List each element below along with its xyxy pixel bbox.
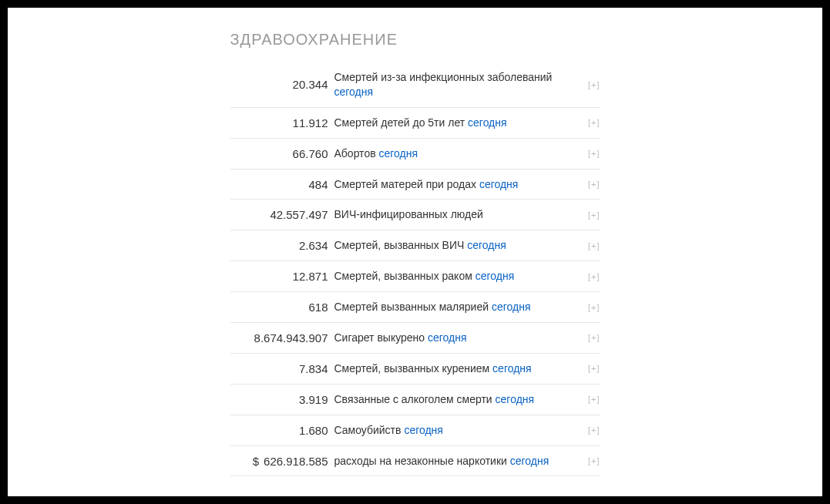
stat-label: Абортов сегодня [334, 146, 600, 161]
today-link[interactable]: сегодня [475, 270, 515, 282]
expand-button[interactable]: [+] [588, 180, 600, 189]
stat-row: 7.834Смертей, вызванных курением сегодня… [230, 354, 600, 385]
stat-label: Самоубийств сегодня [334, 423, 600, 438]
stat-row: 12.871Смертей, вызванных раком сегодня[+… [230, 261, 600, 292]
today-link[interactable]: сегодня [467, 239, 506, 251]
rows-list: 20.344Смертей из-за инфекционных заболев… [230, 62, 600, 476]
stat-text: Смертей, вызванных курением [334, 362, 493, 375]
stat-label: Смертей детей до 5ти лет сегодня [334, 116, 600, 130]
stat-label: Смертей, вызванных ВИЧ сегодня [334, 238, 600, 253]
today-link[interactable]: сегодня [379, 147, 418, 160]
stat-text: Смертей вызванных малярией [334, 301, 492, 313]
stat-value: $626.918.585 [230, 455, 334, 468]
stat-label: Смертей из-за инфекционных заболеваний с… [334, 70, 600, 99]
today-link[interactable]: сегодня [492, 362, 532, 375]
today-link[interactable]: сегодня [496, 393, 535, 405]
stat-row: $626.918.585расходы на незаконные наркот… [230, 446, 600, 477]
stat-row: 42.557.497ВИЧ-инфицированных людей[+] [230, 200, 600, 230]
stat-label: Смертей матерей при родах сегодня [334, 177, 600, 192]
stat-number: 618 [308, 301, 328, 314]
stat-row: 2.634Смертей, вызванных ВИЧ сегодня[+] [230, 230, 600, 261]
stat-row: 11.912Смертей детей до 5ти лет сегодня[+… [230, 108, 600, 139]
expand-button[interactable]: [+] [588, 425, 600, 435]
stat-text: Смертей, вызванных ВИЧ [334, 239, 468, 251]
stat-text: Абортов [334, 147, 379, 160]
currency-symbol: $ [253, 455, 259, 468]
expand-button[interactable]: [+] [588, 364, 600, 373]
today-link[interactable]: сегодня [492, 301, 531, 313]
stat-row: 66.760Абортов сегодня[+] [230, 139, 600, 170]
stat-number: 484 [308, 178, 328, 191]
stat-value: 2.634 [230, 239, 334, 252]
stat-number: 20.344 [293, 78, 328, 91]
stat-value: 1.680 [230, 424, 334, 437]
stat-text: Смертей матерей при родах [334, 178, 479, 190]
expand-button[interactable]: [+] [588, 210, 600, 220]
expand-button[interactable]: [+] [588, 395, 600, 404]
section-title: ЗДРАВООХРАНЕНИЕ [230, 31, 600, 49]
stat-label: расходы на незаконные наркотики сегодня [334, 454, 600, 469]
stat-text: расходы на незаконные наркотики [334, 455, 510, 467]
page: ЗДРАВООХРАНЕНИЕ 20.344Смертей из-за инфе… [8, 8, 822, 496]
stat-number: 42.557.497 [270, 208, 328, 221]
stat-value: 3.919 [230, 393, 334, 406]
today-link[interactable]: сегодня [404, 424, 443, 436]
expand-button[interactable]: [+] [588, 149, 600, 158]
today-link[interactable]: сегодня [334, 86, 374, 98]
expand-button[interactable]: [+] [588, 456, 600, 465]
stat-text: Сигарет выкурено [334, 331, 428, 344]
today-link[interactable]: сегодня [510, 455, 549, 467]
stat-text: Самоубийств [334, 424, 405, 436]
stat-text: Связанные с алкоголем смерти [334, 393, 496, 405]
stat-row: 20.344Смертей из-за инфекционных заболев… [230, 62, 600, 108]
stat-number: 11.912 [293, 116, 328, 129]
expand-button[interactable]: [+] [588, 80, 600, 89]
stat-label: Смертей, вызванных курением сегодня [334, 361, 600, 376]
stat-number: 1.680 [299, 424, 328, 437]
stat-value: 11.912 [230, 116, 334, 129]
stat-value: 66.760 [230, 147, 334, 160]
expand-button[interactable]: [+] [588, 118, 600, 127]
expand-button[interactable]: [+] [588, 241, 600, 250]
stat-value: 12.871 [230, 270, 334, 283]
stat-number: 626.918.585 [264, 455, 328, 468]
today-link[interactable]: сегодня [428, 331, 467, 344]
stat-text: Смертей детей до 5ти лет [334, 116, 469, 129]
stat-value: 42.557.497 [230, 208, 334, 221]
stat-row: 8.674.943.907Сигарет выкурено сегодня[+] [230, 323, 600, 354]
expand-button[interactable]: [+] [588, 303, 600, 312]
stat-number: 7.834 [299, 362, 328, 375]
expand-button[interactable]: [+] [588, 272, 600, 281]
stat-label: Смертей, вызванных раком сегодня [334, 269, 600, 284]
stat-row: 3.919Связанные с алкоголем смерти сегодн… [230, 385, 600, 415]
stat-value: 618 [230, 301, 334, 314]
stat-number: 3.919 [299, 393, 328, 406]
stat-value: 484 [230, 178, 334, 191]
stat-row: 484Смертей матерей при родах сегодня[+] [230, 170, 600, 200]
stat-value: 7.834 [230, 362, 334, 375]
today-link[interactable]: сегодня [468, 116, 507, 129]
stat-text: ВИЧ-инфицированных людей [334, 208, 483, 220]
stat-label: ВИЧ-инфицированных людей [334, 207, 600, 222]
stat-row: 1.680Самоубийств сегодня[+] [230, 415, 600, 446]
stat-value: 20.344 [230, 78, 334, 91]
stat-number: 2.634 [299, 239, 328, 252]
stat-number: 8.674.943.907 [254, 331, 328, 344]
stat-value: 8.674.943.907 [230, 331, 334, 344]
stat-number: 12.871 [293, 270, 328, 283]
stat-text: Смертей из-за инфекционных заболеваний [334, 71, 553, 83]
stat-label: Сигарет выкурено сегодня [334, 331, 600, 345]
today-link[interactable]: сегодня [479, 178, 519, 190]
stat-number: 66.760 [293, 147, 328, 160]
expand-button[interactable]: [+] [588, 333, 600, 342]
stat-label: Связанные с алкоголем смерти сегодня [334, 392, 600, 407]
stat-row: 618Смертей вызванных малярией сегодня[+] [230, 292, 600, 323]
stat-label: Смертей вызванных малярией сегодня [334, 300, 600, 314]
stat-text: Смертей, вызванных раком [334, 270, 475, 282]
stats-container: ЗДРАВООХРАНЕНИЕ 20.344Смертей из-за инфе… [230, 31, 600, 476]
